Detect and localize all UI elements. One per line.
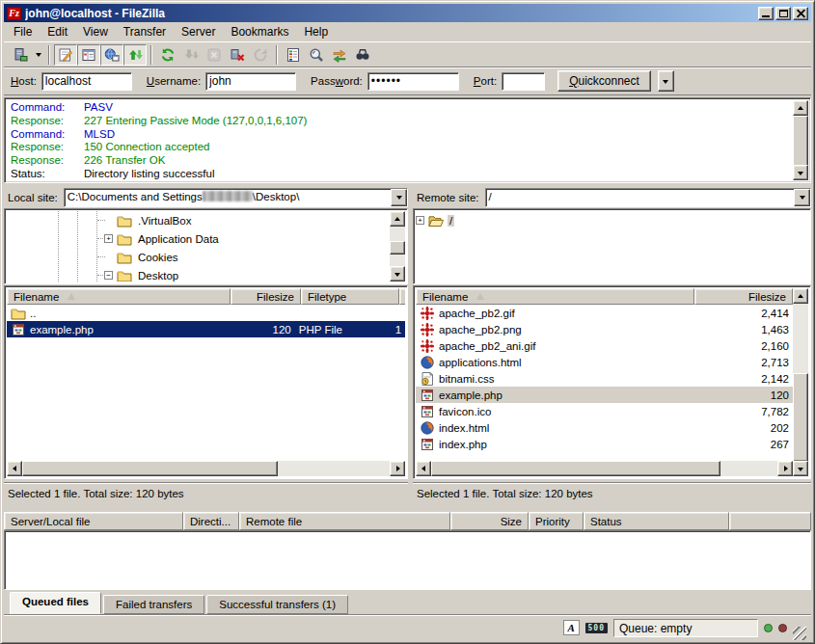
tab-queued-files[interactable]: Queued files: [10, 592, 101, 614]
quickconnect-dropdown[interactable]: [658, 70, 674, 92]
maximize-button[interactable]: [775, 7, 791, 20]
local-tree-item[interactable]: +Application Data: [7, 229, 389, 248]
title-bar[interactable]: Fz john@localhost - FileZilla: [4, 4, 811, 22]
scrollbar-thumb[interactable]: [390, 241, 405, 255]
local-column-header-filetype[interactable]: Filetype: [301, 288, 399, 305]
find-files-button[interactable]: [351, 44, 374, 66]
toggle-message-log-button[interactable]: [54, 44, 77, 66]
menu-view[interactable]: View: [75, 23, 116, 40]
queue-column-header-server-local-file[interactable]: Server/Local file: [4, 512, 183, 530]
disconnect-button[interactable]: [226, 44, 249, 66]
log-vscrollbar[interactable]: [793, 100, 808, 180]
queue-body[interactable]: [4, 530, 811, 590]
toggle-local-tree-button[interactable]: [77, 44, 100, 66]
file-row[interactable]: index.php267: [416, 436, 793, 452]
scrollbar-thumb[interactable]: [431, 461, 720, 476]
scroll-down-button[interactable]: [793, 165, 808, 180]
menu-file[interactable]: File: [6, 23, 40, 40]
scroll-up-button[interactable]: [793, 100, 808, 116]
scroll-right-button[interactable]: [777, 461, 793, 476]
queue-column-header-remote-file[interactable]: Remote file: [239, 512, 450, 530]
menu-bookmarks[interactable]: Bookmarks: [223, 23, 296, 40]
scroll-up-button[interactable]: [390, 211, 405, 227]
file-row[interactable]: apache_pb2.gif2,414: [416, 305, 793, 321]
apache-icon: [420, 322, 435, 337]
remote-column-header-filesize[interactable]: Filesize: [694, 288, 793, 305]
process-queue-button[interactable]: [179, 44, 203, 66]
remote-list-hscrollbar[interactable]: [416, 461, 793, 476]
port-input[interactable]: [502, 72, 545, 91]
file-row[interactable]: applications.html2,713: [416, 354, 793, 370]
quickconnect-button[interactable]: Quickconnect: [557, 70, 651, 92]
queue-column-header-filler[interactable]: [729, 512, 811, 530]
queue-column-header-priority[interactable]: Priority: [529, 512, 584, 530]
scrollbar-thumb[interactable]: [22, 461, 278, 476]
menu-edit[interactable]: Edit: [40, 23, 75, 40]
file-row[interactable]: apache_pb2_ani.gif2,160: [416, 337, 793, 354]
menu-server[interactable]: Server: [174, 23, 223, 40]
refresh-button[interactable]: [156, 44, 179, 66]
scroll-up-button[interactable]: [793, 288, 808, 304]
password-input[interactable]: [367, 72, 459, 91]
close-button[interactable]: [793, 7, 808, 20]
file-row[interactable]: example.php120PHP File1: [7, 321, 405, 337]
file-row[interactable]: apache_pb2.png1,463: [416, 321, 793, 337]
menu-help[interactable]: Help: [296, 23, 336, 40]
scroll-down-button[interactable]: [390, 266, 405, 282]
remote-tree-item[interactable]: +/: [416, 211, 808, 229]
file-row[interactable]: example.php120: [416, 387, 793, 403]
toggle-transfer-queue-button[interactable]: [123, 44, 147, 66]
collapse-icon[interactable]: −: [104, 271, 113, 280]
local-column-header-l[interactable]: L: [399, 288, 405, 305]
remote-site-combobox[interactable]: /: [485, 188, 811, 207]
local-tree-vscrollbar[interactable]: [390, 211, 405, 282]
local-list-hscrollbar[interactable]: [7, 461, 405, 476]
file-row[interactable]: bitnami.css2,142: [416, 370, 793, 387]
queue-column-header-directi[interactable]: Directi...: [183, 512, 239, 530]
queue-icon: [127, 47, 143, 63]
scrollbar-thumb[interactable]: [793, 373, 808, 462]
minimize-button[interactable]: [758, 7, 774, 20]
reconnect-button[interactable]: [249, 44, 272, 66]
host-input[interactable]: [41, 72, 132, 91]
filename-filters-button[interactable]: [282, 44, 305, 66]
file-type-cell: [299, 305, 397, 321]
toggle-remote-tree-button[interactable]: [100, 44, 123, 66]
site-manager-dropdown[interactable]: [32, 44, 44, 66]
username-input[interactable]: [205, 72, 296, 91]
log-line-text: MLSD: [84, 128, 115, 142]
scroll-left-button[interactable]: [416, 461, 431, 476]
local-site-combobox[interactable]: C:\Documents and Settings\Desktop\: [64, 188, 408, 207]
remote-site-dropdown[interactable]: [794, 189, 810, 206]
scroll-left-button[interactable]: [7, 461, 22, 476]
local-tree-item[interactable]: −Desktop: [7, 266, 389, 282]
local-tree-item[interactable]: Cookies: [7, 248, 389, 266]
queue-column-header-status[interactable]: Status: [584, 512, 729, 530]
expand-icon[interactable]: +: [416, 216, 424, 225]
menu-transfer[interactable]: Transfer: [116, 23, 174, 40]
local-list-header: FilenameFilesizeFiletypeL: [7, 288, 405, 305]
tab-failed-transfers[interactable]: Failed transfers: [103, 595, 204, 614]
queue-column-header-size[interactable]: Size: [450, 512, 529, 530]
tab-successful-transfers-1[interactable]: Successful transfers (1): [206, 595, 348, 614]
site-manager-button[interactable]: [9, 44, 32, 66]
tree-item-label: Cookies: [136, 252, 180, 263]
local-tree-item[interactable]: .VirtualBox: [7, 211, 389, 229]
scroll-right-button[interactable]: [390, 461, 405, 476]
resize-grip[interactable]: [793, 627, 806, 640]
local-site-dropdown[interactable]: [391, 189, 407, 206]
directory-comparison-button[interactable]: [305, 44, 328, 66]
file-row[interactable]: favicon.ico7,782: [416, 403, 793, 419]
local-column-header-filesize[interactable]: Filesize: [231, 288, 301, 305]
synchronized-browsing-button[interactable]: [328, 44, 351, 66]
remote-list-vscrollbar[interactable]: [793, 288, 808, 476]
tree-item-label: /: [448, 215, 454, 227]
file-row[interactable]: ..: [7, 305, 405, 321]
remote-column-header-filename[interactable]: Filename: [416, 288, 694, 305]
local-column-header-filename[interactable]: Filename: [7, 288, 231, 305]
cancel-operation-button[interactable]: [203, 44, 226, 66]
file-row[interactable]: index.html202: [416, 419, 793, 436]
scroll-down-button[interactable]: [793, 461, 808, 476]
scrollbar-thumb[interactable]: [793, 116, 808, 167]
expand-icon[interactable]: +: [104, 234, 113, 243]
